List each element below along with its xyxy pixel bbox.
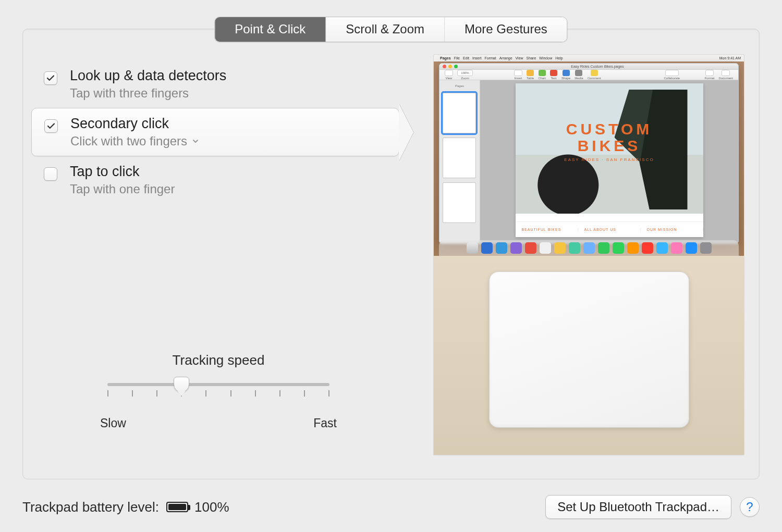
hero-line2: BIKES bbox=[516, 138, 703, 154]
tab-scroll-zoom[interactable]: Scroll & Zoom bbox=[326, 17, 445, 42]
tb-media: Media bbox=[575, 77, 583, 80]
preview-hero-title: CUSTOM BIKES bbox=[516, 121, 703, 154]
menu-share: Share bbox=[527, 56, 536, 60]
tab-point-click[interactable]: Point & Click bbox=[215, 17, 326, 42]
option-lookup[interactable]: Look up & data detectors Tap with three … bbox=[34, 60, 399, 108]
dock-appstore-icon bbox=[686, 242, 697, 254]
preview-app-name: Pages bbox=[440, 56, 451, 60]
menu-insert: Insert bbox=[472, 56, 482, 60]
slider-track bbox=[107, 383, 329, 386]
menu-format: Format bbox=[484, 56, 496, 60]
dock-contacts-icon bbox=[510, 242, 522, 254]
menu-arrange: Arrange bbox=[499, 56, 512, 60]
preview-app-window: Easy Rides Custom Bikes.pages View 100%Z… bbox=[439, 63, 739, 244]
preview-desk bbox=[434, 256, 744, 455]
dock-messages-icon bbox=[598, 242, 609, 254]
dock-ibooks-icon bbox=[627, 242, 639, 254]
menu-window: Window bbox=[539, 56, 552, 60]
footer-col-3: OUR MISSION bbox=[641, 228, 703, 231]
tb-collab: Collaborate bbox=[664, 77, 680, 80]
tab-more-gestures[interactable]: More Gestures bbox=[445, 17, 567, 42]
slider-ticks bbox=[107, 390, 329, 397]
menu-edit: Edit bbox=[463, 56, 469, 60]
tb-zoom: Zoom bbox=[461, 77, 469, 80]
tb-document: Document bbox=[719, 77, 733, 80]
zoom-icon bbox=[454, 65, 458, 68]
option-lookup-title: Look up & data detectors bbox=[70, 68, 226, 84]
minimize-icon bbox=[448, 65, 452, 68]
tb-zoom-value: 100% bbox=[461, 71, 469, 75]
dock-notes-icon bbox=[540, 242, 551, 254]
thumb-page-1 bbox=[443, 93, 476, 133]
dock-photos-icon bbox=[583, 242, 595, 254]
dock-maps-icon bbox=[569, 242, 580, 254]
setup-bluetooth-trackpad-button[interactable]: Set Up Bluetooth Trackpad… bbox=[545, 495, 731, 519]
checkbox-tap[interactable] bbox=[44, 167, 57, 181]
tb-text: Text bbox=[551, 77, 556, 80]
dock-numbers-icon bbox=[656, 242, 668, 254]
tracking-speed-slider[interactable] bbox=[107, 378, 329, 403]
traffic-lights bbox=[443, 65, 458, 68]
footer-col-2: ALL ABOUT US bbox=[578, 228, 641, 231]
menu-view: View bbox=[516, 56, 523, 60]
option-tap-to-click[interactable]: Tap to click Tap with one finger bbox=[34, 156, 399, 204]
tb-table: Table bbox=[527, 77, 534, 80]
preview-hero-sub: EASY RIDES · SAN FRANCISCO bbox=[516, 157, 703, 162]
battery-fill bbox=[168, 504, 186, 510]
footer-row: Trackpad battery level: 100% Set Up Blue… bbox=[22, 495, 760, 519]
dock-sysprefs-icon bbox=[700, 242, 712, 254]
preview-toolbar: View 100%Zoom Insert Table Chart Text Sh… bbox=[439, 70, 738, 80]
tb-chart: Chart bbox=[538, 77, 546, 80]
menu-help: Help bbox=[555, 56, 563, 60]
gesture-preview: Pages File Edit Insert Format Arrange Vi… bbox=[433, 54, 744, 455]
close-icon bbox=[443, 65, 446, 68]
check-icon bbox=[46, 73, 55, 83]
tracking-speed-group: Tracking speed Slow Fast bbox=[91, 352, 346, 430]
chevron-down-icon bbox=[191, 137, 200, 145]
preview-dock bbox=[439, 240, 739, 256]
preview-desktop: Pages File Edit Insert Format Arrange Vi… bbox=[434, 55, 744, 256]
menubar-clock: Mon 9:41 AM bbox=[719, 56, 741, 60]
thumb-page-2 bbox=[443, 138, 476, 178]
settings-panel: Look up & data detectors Tap with three … bbox=[22, 29, 760, 479]
dock-mail-icon bbox=[496, 242, 507, 254]
option-secondary-title: Secondary click bbox=[70, 116, 200, 132]
dock-finder-icon bbox=[467, 242, 478, 254]
tab-bar: Point & Click Scroll & Zoom More Gesture… bbox=[214, 17, 567, 42]
preview-trackpad bbox=[489, 271, 689, 428]
slider-thumb[interactable] bbox=[174, 377, 189, 392]
preview-document-page: CUSTOM BIKES EASY RIDES · SAN FRANCISCO … bbox=[516, 83, 703, 237]
dock-pages-icon bbox=[642, 242, 653, 254]
help-button[interactable]: ? bbox=[740, 497, 760, 517]
checkbox-secondary[interactable] bbox=[44, 119, 58, 133]
option-secondary-dropdown[interactable]: Click with two fingers bbox=[70, 134, 200, 149]
footer-col-1: BEAUTIFUL BIKES bbox=[516, 228, 578, 231]
option-tap-title: Tap to click bbox=[70, 164, 175, 180]
preview-page-footer: BEAUTIFUL BIKES ALL ABOUT US OUR MISSION bbox=[516, 221, 703, 237]
tb-shape: Shape bbox=[561, 77, 570, 80]
tracking-speed-label: Tracking speed bbox=[91, 352, 346, 368]
battery-icon bbox=[166, 502, 188, 512]
sidebar-label: Pages bbox=[443, 84, 476, 88]
preview-menubar: Pages File Edit Insert Format Arrange Vi… bbox=[434, 55, 744, 61]
preview-titlebar: Easy Rides Custom Bikes.pages bbox=[439, 64, 738, 70]
checkbox-lookup[interactable] bbox=[44, 71, 57, 85]
dock-safari-icon bbox=[481, 242, 493, 254]
slider-slow-label: Slow bbox=[100, 416, 126, 430]
battery-label: Trackpad battery level: bbox=[22, 499, 159, 515]
dock-itunes-icon bbox=[671, 242, 682, 254]
preview-canvas: CUSTOM BIKES EASY RIDES · SAN FRANCISCO … bbox=[480, 80, 738, 243]
hero-line1: CUSTOM bbox=[516, 121, 703, 138]
slider-fast-label: Fast bbox=[313, 416, 337, 430]
dock-reminders-icon bbox=[554, 242, 566, 254]
option-tap-sub: Tap with one finger bbox=[70, 182, 175, 196]
option-secondary-sub: Click with two fingers bbox=[70, 134, 187, 149]
tb-format: Format bbox=[705, 77, 715, 80]
preview-thumbnail-sidebar: Pages bbox=[439, 80, 480, 243]
option-secondary-click[interactable]: Secondary click Click with two fingers bbox=[31, 108, 399, 156]
tb-insert: Insert bbox=[514, 77, 522, 80]
preview-window-title: Easy Rides Custom Bikes.pages bbox=[460, 65, 735, 68]
menu-file: File bbox=[454, 56, 460, 60]
check-icon bbox=[46, 121, 56, 131]
options-list: Look up & data detectors Tap with three … bbox=[34, 60, 399, 204]
